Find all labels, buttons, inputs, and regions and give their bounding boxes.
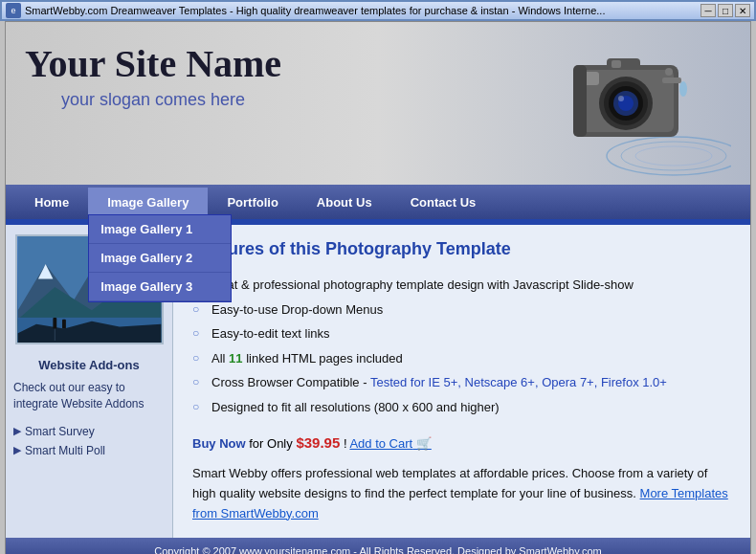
maximize-button[interactable]: □ [718, 4, 733, 17]
svg-point-3 [679, 81, 687, 97]
feature-item-4: Cross Browser Compatible - Tested for IE… [192, 370, 731, 395]
window-title: SmartWebby.com Dreamweaver Templates - H… [25, 5, 700, 16]
sidebar-link-poll[interactable]: ▶ Smart Multi Poll [13, 441, 165, 460]
price-prefix: for Only [249, 436, 296, 451]
nav-item-about[interactable]: About Us [298, 188, 391, 217]
nav-item-home[interactable]: Home [15, 188, 88, 217]
dropdown-item-2[interactable]: Image Gallery 2 [89, 244, 231, 273]
add-cart-label[interactable]: Add to Cart [349, 436, 412, 451]
gallery-dropdown: Image Gallery 1 Image Gallery 2 Image Ga… [88, 214, 232, 302]
buy-now-label: Buy Now [192, 436, 246, 451]
camera-graphic [521, 32, 731, 185]
dropdown-item-1[interactable]: Image Gallery 1 [89, 215, 231, 244]
svg-point-2 [635, 146, 712, 166]
nav-bar: Home Image Gallery Image Gallery 1 Image… [6, 185, 750, 219]
sidebar-link-poll-label[interactable]: Smart Multi Poll [25, 444, 105, 457]
sidebar-image-label: Website Add-ons [6, 354, 172, 380]
feature-item-1: Easy-to-use Drop-down Menus [192, 298, 731, 322]
highlight-eleven: 11 [229, 351, 242, 366]
nav-item-contact[interactable]: Contact Us [391, 188, 496, 217]
nav-contact-label[interactable]: Contact Us [391, 188, 496, 217]
arrow-icon-poll: ▶ [13, 444, 21, 456]
svg-rect-17 [573, 65, 587, 137]
site-footer: Copyright © 2007 www.yoursitename.com - … [6, 538, 750, 554]
sidebar-link-survey-label[interactable]: Smart Survey [25, 425, 95, 438]
site-name: Your Site Name [25, 41, 281, 86]
svg-rect-13 [611, 60, 621, 68]
svg-rect-26 [62, 320, 66, 329]
site-slogan: your slogan comes here [25, 90, 281, 110]
feature-item-5: Designed to fit all resolutions (800 x 6… [192, 395, 731, 420]
title-bar: e SmartWebby.com Dreamweaver Templates -… [0, 0, 756, 21]
sidebar-link-survey[interactable]: ▶ Smart Survey [13, 422, 165, 441]
feature-item-0: Neat & professional photography template… [192, 273, 731, 298]
svg-rect-25 [53, 318, 56, 329]
site-wrapper: Your Site Name your slogan comes here [5, 21, 751, 554]
main-content: Features of this Photography Template Ne… [173, 225, 750, 538]
header-text: Your Site Name your slogan comes here [25, 41, 281, 110]
description-body: Smart Webby offers professional web temp… [192, 466, 707, 500]
nav-home-label[interactable]: Home [15, 188, 88, 217]
buy-section: Buy Now for Only $39.95 ! Add to Cart 🛒 [192, 434, 731, 451]
feature-item-2: Easy-to-edit text links [192, 321, 731, 346]
nav-portfolio-label[interactable]: Portfolio [208, 188, 297, 217]
nav-item-portfolio[interactable]: Portfolio [208, 188, 297, 217]
minimize-button[interactable]: ─ [700, 4, 716, 17]
footer-text: Copyright © 2007 www.yoursitename.com - … [154, 545, 601, 554]
sidebar-links: ▶ Smart Survey ▶ Smart Multi Poll [6, 412, 172, 470]
site-header: Your Site Name your slogan comes here [6, 22, 750, 185]
arrow-icon-survey: ▶ [13, 425, 21, 437]
add-to-cart-link[interactable]: Add to Cart 🛒 [349, 436, 431, 451]
nav-gallery-label[interactable]: Image Gallery [88, 188, 208, 217]
sidebar-description: Check out our easy to integrate Website … [6, 380, 172, 412]
nav-item-gallery[interactable]: Image Gallery Image Gallery 1 Image Gall… [88, 188, 208, 217]
price-value: $39.95 [296, 434, 340, 451]
svg-point-11 [618, 96, 624, 101]
feature-item-3: All 11 linked HTML pages included [192, 346, 731, 371]
features-title: Features of this Photography Template [192, 239, 731, 259]
features-title-text: Features of this Photography Template [192, 239, 511, 258]
browser-icon: e [6, 3, 21, 18]
close-button[interactable]: ✕ [735, 4, 750, 17]
nav-about-label[interactable]: About Us [298, 188, 391, 217]
svg-rect-16 [662, 78, 681, 83]
price-suffix: ! [344, 436, 347, 451]
window-controls: ─ □ ✕ [700, 4, 750, 17]
description-text: Smart Webby offers professional web temp… [192, 464, 731, 523]
compat-text: Tested for IE 5+, Netscape 6+, Opera 7+,… [370, 375, 667, 389]
svg-point-15 [665, 68, 673, 76]
feature-list: Neat & professional photography template… [192, 273, 731, 419]
dropdown-item-3[interactable]: Image Gallery 3 [89, 273, 231, 301]
